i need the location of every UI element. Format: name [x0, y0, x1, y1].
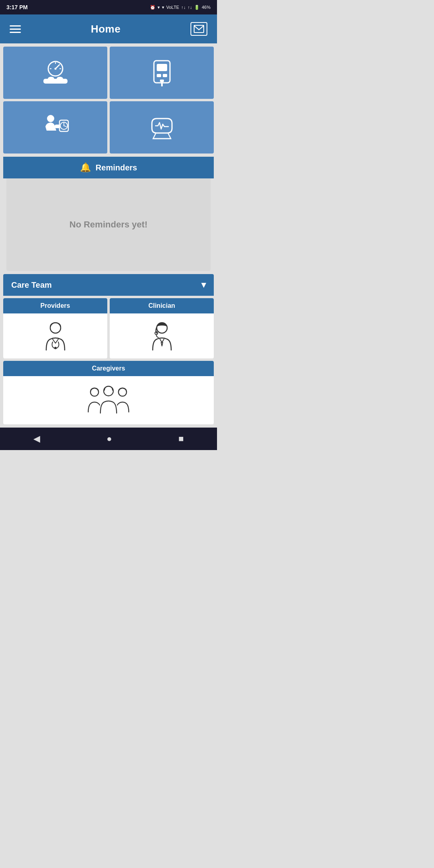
glucose-icon: [146, 57, 178, 89]
chevron-down-icon: ▾: [201, 280, 206, 290]
caregivers-card[interactable]: Caregivers: [3, 361, 214, 424]
svg-line-21: [64, 126, 66, 127]
provider-icon: [41, 320, 70, 352]
tiles-grid: [0, 43, 217, 157]
pulse-icon: [146, 111, 178, 143]
battery-pct: 46%: [202, 5, 211, 10]
svg-rect-1: [43, 79, 68, 84]
page-title: Home: [91, 23, 121, 35]
svg-point-2: [48, 77, 54, 81]
volte-icon: VoLTE: [166, 5, 179, 10]
care-team-section: Care Team ▾ Providers: [3, 274, 214, 424]
providers-card[interactable]: Providers: [3, 298, 107, 358]
providers-header: Providers: [3, 298, 107, 313]
bp-icon: [39, 111, 72, 143]
wifi-icon: ▾: [158, 5, 160, 10]
home-button[interactable]: ●: [106, 434, 112, 444]
mail-icon: [194, 25, 204, 33]
care-row: Providers Clinician: [3, 296, 214, 361]
signal2-icon: ↑↓: [188, 5, 192, 10]
caregivers-body: [3, 376, 214, 424]
tile-bp[interactable]: [3, 101, 107, 154]
tile-glucose[interactable]: [110, 47, 214, 99]
svg-point-3: [57, 77, 63, 81]
status-icons: ⏰ ▾ ▾ VoLTE ↑↓ ↑↓ 🔋 46%: [150, 5, 211, 10]
svg-rect-12: [157, 74, 161, 77]
bottom-nav: ◀ ● ■: [0, 428, 217, 450]
battery-icon: 🔋: [194, 5, 200, 10]
no-reminders-message: No Reminders yet!: [70, 219, 147, 230]
svg-point-16: [47, 115, 54, 122]
mail-button[interactable]: [190, 22, 207, 36]
reminders-header[interactable]: 🔔 Reminders: [3, 157, 214, 178]
reminders-title: Reminders: [96, 163, 137, 172]
caregivers-icon: [86, 384, 131, 416]
svg-line-6: [55, 65, 59, 69]
clinician-icon: [148, 320, 176, 352]
tile-weight[interactable]: [3, 47, 107, 99]
caregivers-header: Caregivers: [3, 361, 214, 376]
alarm-icon: ⏰: [150, 5, 156, 10]
menu-button[interactable]: [10, 25, 21, 33]
svg-point-24: [54, 347, 57, 349]
care-team-header[interactable]: Care Team ▾: [3, 274, 214, 296]
status-time: 3:17 PM: [6, 4, 28, 10]
back-button[interactable]: ◀: [33, 434, 40, 444]
recents-button[interactable]: ■: [178, 434, 184, 444]
clinician-body: [110, 313, 214, 358]
svg-rect-15: [161, 81, 163, 86]
svg-rect-13: [163, 74, 167, 77]
reminders-body: No Reminders yet!: [6, 178, 211, 271]
clinician-card[interactable]: Clinician: [110, 298, 214, 358]
signal-icon: ↑↓: [181, 5, 186, 10]
providers-body: [3, 313, 107, 358]
bell-icon: 🔔: [80, 162, 91, 173]
status-bar: 3:17 PM ⏰ ▾ ▾ VoLTE ↑↓ ↑↓ 🔋 46%: [0, 0, 217, 14]
app-header: Home: [0, 14, 217, 43]
care-team-title: Care Team: [11, 280, 52, 290]
scale-icon: [39, 57, 72, 89]
svg-rect-11: [157, 64, 167, 71]
tile-pulse[interactable]: [110, 101, 214, 154]
reminders-section: 🔔 Reminders No Reminders yet!: [3, 157, 214, 271]
wifi-strength-icon: ▾: [162, 5, 164, 10]
clinician-header: Clinician: [110, 298, 214, 313]
